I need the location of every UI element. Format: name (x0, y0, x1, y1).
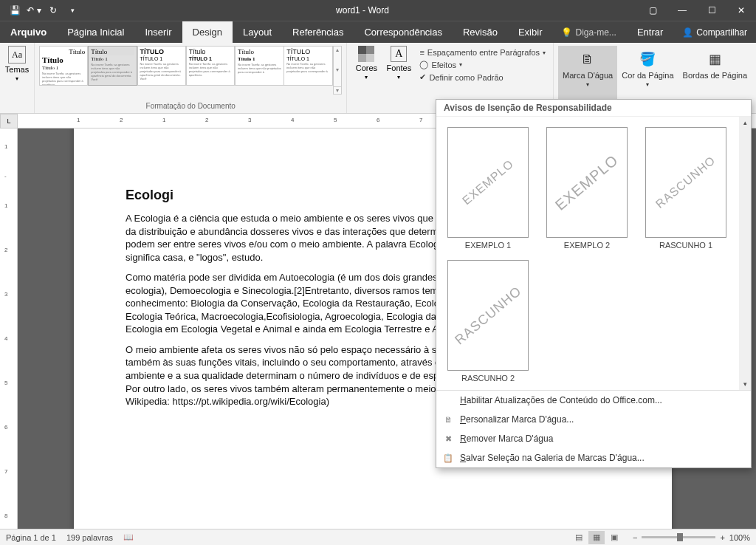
tell-me-search[interactable]: 💡 Diga-me... (552, 21, 625, 43)
status-bar: Página 1 de 1 199 palavras 📖 ▤ ▦ ▣ − + 1… (0, 529, 756, 545)
person-icon: 👤 (682, 27, 693, 38)
fonts-icon: A (391, 46, 407, 62)
lightbulb-icon: 💡 (561, 27, 572, 38)
document-formatting-group: Título Título Título 1 No insere Tarefa:… (35, 43, 347, 113)
tab-references[interactable]: Referências (282, 21, 354, 43)
effects-vgroup: ≡Espaçamento entre Parágrafos▾ ◯Efeitos▾… (416, 46, 549, 83)
menu-save-gallery[interactable]: 📋 Salvar Seleção na Galeria de Marcas D'… (436, 448, 751, 467)
watermark-dropdown-panel: Avisos de Isenção de Responsabilidade EX… (436, 99, 752, 468)
style-set-4[interactable]: Título TÍTULO 1 No insere Tarefa: as ges… (186, 46, 235, 86)
watermark-menu: Habilitar Atualizações de Conteúdo do Of… (436, 390, 751, 467)
fonts-button[interactable]: A Fontes ▾ (384, 46, 413, 80)
colors-button[interactable]: Cores ▾ (351, 46, 381, 80)
paragraph-spacing-button[interactable]: ≡Espaçamento entre Parágrafos▾ (416, 47, 549, 58)
watermark-panel-header: Avisos de Isenção de Responsabilidade (436, 100, 751, 117)
scroll-down-icon[interactable]: ▾ (739, 378, 751, 390)
proofing-icon[interactable]: 📖 (123, 532, 134, 542)
scroll-up-icon[interactable]: ▴ (739, 117, 751, 128)
set-default-button[interactable]: ✔Definir como Padrão (416, 72, 549, 83)
style-set-3[interactable]: TÍTULO TÍTULO 1 No insere Tarefa: as ges… (137, 46, 186, 86)
page-color-icon: 🪣 (637, 49, 658, 69)
watermark-scrollbar[interactable]: ▴ ▾ (739, 117, 751, 390)
menu-custom-watermark[interactable]: 🗎 Personalizar Marca D'água... (436, 410, 751, 429)
themes-icon: Aa (8, 46, 26, 64)
tab-home[interactable]: Página Inicial (57, 21, 134, 43)
page-icon: 🗎 (442, 414, 454, 425)
watermark-icon: 🗎 (577, 49, 598, 69)
watermark-item-rascunho-2[interactable]: RASCUNHO RASCUNHO 2 (444, 260, 532, 383)
ribbon-display-options[interactable]: ▢ (638, 0, 667, 21)
themes-label: Temas (5, 65, 29, 74)
effects-icon: ◯ (419, 60, 428, 69)
ruler-corner[interactable]: L (0, 114, 18, 128)
watermark-item-exemplo-2[interactable]: EXEMPLO EXEMPLO 2 (543, 127, 631, 250)
share-label: Compartilhar (696, 27, 747, 38)
title-bar: 💾 ↶ ▾ ↻ ▾ word1 - Word ▢ — ☐ ✕ (0, 0, 756, 21)
tab-insert[interactable]: Inserir (134, 21, 182, 43)
save-button[interactable]: 💾 (6, 1, 24, 19)
page-indicator[interactable]: Página 1 de 1 (6, 533, 56, 542)
view-buttons: ▤ ▦ ▣ (571, 531, 622, 544)
zoom-out-button[interactable]: − (633, 533, 637, 542)
menu-office-updates-label: abilitar Atualizações de Conteúdo do Off… (467, 395, 662, 405)
style-set-gallery[interactable]: Título Título Título 1 No insere Tarefa:… (39, 46, 342, 95)
save-gallery-icon: 📋 (442, 452, 454, 464)
zoom-control: − + 100% (633, 533, 750, 542)
close-button[interactable]: ✕ (726, 0, 756, 21)
sign-in-link[interactable]: Entrar (627, 21, 673, 43)
remove-icon: ✖ (442, 433, 454, 445)
paragraph-spacing-icon: ≡ (419, 48, 424, 57)
style-set-expand[interactable]: ▴ ▾ ▾ (333, 46, 343, 95)
minimize-button[interactable]: — (667, 0, 697, 21)
menu-custom-watermark-label: ersonalizar Marca D'água... (466, 414, 574, 425)
qat-customize[interactable]: ▾ (63, 1, 81, 19)
themes-button[interactable]: Aa Temas ▾ (4, 46, 30, 82)
web-layout-button[interactable]: ▣ (606, 531, 622, 544)
read-mode-button[interactable]: ▤ (571, 531, 587, 544)
tab-design[interactable]: Design (182, 21, 233, 43)
colors-icon (358, 46, 374, 62)
undo-button[interactable]: ↶ ▾ (25, 1, 43, 19)
tab-view[interactable]: Exibir (508, 21, 553, 43)
tell-me-placeholder: Diga-me... (575, 27, 616, 38)
document-title: word1 - Word (87, 5, 638, 16)
maximize-button[interactable]: ☐ (697, 0, 726, 21)
style-set-1[interactable]: Título Título Título 1 No insere Tarefa:… (39, 46, 88, 86)
zoom-in-button[interactable]: + (720, 533, 724, 542)
style-set-5[interactable]: Título Título 1 No insere Tarefa: as ges… (235, 46, 284, 86)
word-count[interactable]: 199 palavras (66, 533, 113, 542)
vertical-ruler[interactable]: 1 - 1 2 3 4 5 6 7 8 (0, 128, 18, 529)
print-layout-button[interactable]: ▦ (588, 531, 605, 544)
redo-button[interactable]: ↻ (44, 1, 62, 19)
quick-access-toolbar: 💾 ↶ ▾ ↻ ▾ (0, 1, 87, 19)
window-controls: ▢ — ☐ ✕ (638, 0, 756, 21)
share-button[interactable]: 👤 Compartilhar (673, 21, 756, 43)
tab-layout[interactable]: Layout (233, 21, 282, 43)
watermark-item-exemplo-1[interactable]: EXEMPLO EXEMPLO 1 (444, 127, 532, 250)
checkmark-icon: ✔ (419, 72, 426, 82)
zoom-slider[interactable] (642, 536, 715, 538)
ribbon-tabs: Arquivo Página Inicial Inserir Design La… (0, 21, 756, 43)
watermark-item-rascunho-1[interactable]: RASCUNHO RASCUNHO 1 (642, 127, 730, 250)
effects-button[interactable]: ◯Efeitos▾ (416, 59, 549, 70)
tab-review[interactable]: Revisão (453, 21, 508, 43)
menu-remove-watermark[interactable]: ✖ Remover Marca D'água (436, 429, 751, 448)
menu-office-updates[interactable]: Habilitar Atualizações de Conteúdo do Of… (436, 391, 751, 410)
menu-remove-watermark-label: emover Marca D'água (467, 433, 554, 444)
themes-group: Aa Temas ▾ (0, 43, 35, 113)
formatting-group-label: Formatação do Documento (39, 102, 342, 110)
zoom-level[interactable]: 100% (729, 533, 750, 542)
watermark-gallery: EXEMPLO EXEMPLO 1 EXEMPLO EXEMPLO 2 RASC… (436, 117, 751, 390)
page-borders-icon: ▦ (704, 49, 725, 69)
tab-file[interactable]: Arquivo (0, 21, 57, 43)
menu-save-gallery-label: alvar Seleção na Galeria de Marcas D'águ… (466, 453, 645, 463)
style-set-2[interactable]: Título Título 1 No insere Tarefa: as ges… (88, 46, 137, 86)
style-set-6[interactable]: TÍTULO TÍTULO 1 No insere Tarefa: as ges… (284, 46, 332, 86)
tab-mailings[interactable]: Correspondências (354, 21, 453, 43)
